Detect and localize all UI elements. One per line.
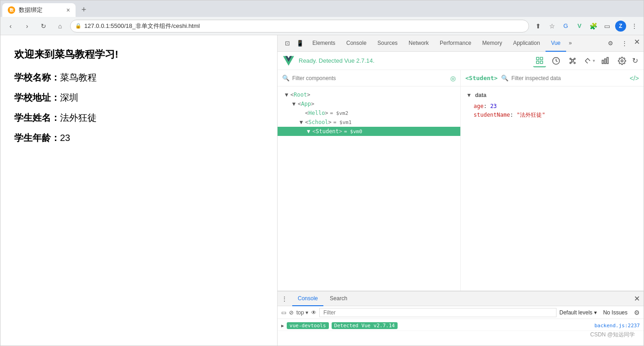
tab-network[interactable]: Network	[403, 35, 434, 52]
vue-performance-btn[interactable]	[599, 54, 612, 67]
tree-item-app[interactable]: ▼ <App>	[278, 99, 460, 108]
translate-icon[interactable]: G	[560, 21, 571, 32]
puzzle-icon[interactable]: 🧩	[588, 21, 599, 32]
school-address-label: 学校地址：	[14, 92, 60, 103]
page-content: 欢迎来到菜鸟教程学习! 学校名称：菜鸟教程 学校地址：深圳 学生姓名：法外狂徒 …	[0, 35, 277, 346]
url-bar[interactable]: 🔒 127.0.0.1:5500/18_非单文件组件/ceshi.html	[70, 20, 529, 32]
watermark: CSDN @知远同学	[590, 331, 635, 339]
student-name-line: 学生姓名：法外狂徒	[14, 108, 263, 127]
console-log-row: ▶ vue-devtools Detected Vue v2.7.14 back…	[278, 321, 644, 331]
console-close-button[interactable]: ✕	[634, 294, 640, 303]
vue-ext-icon[interactable]: V	[574, 21, 585, 32]
tab-application[interactable]: Application	[508, 35, 546, 52]
student-age-value: 23	[60, 133, 70, 143]
svg-rect-1	[540, 57, 543, 59]
tab-console[interactable]: Console	[341, 35, 372, 52]
student-age-line: 学生年龄：23	[14, 129, 263, 147]
console-tab-search[interactable]: Search	[324, 292, 353, 306]
console-levels-dropdown[interactable]: Default levels ▾	[559, 309, 596, 316]
component-search-input[interactable]	[292, 75, 448, 81]
tree-content: ▼ <Root> ▼ <App> <Hello>	[278, 86, 460, 291]
svg-point-5	[572, 59, 574, 62]
component-tree: 🔍 ◎ ▼ <Root> ▼	[278, 70, 461, 291]
console-expand-icon[interactable]: ▶	[281, 323, 284, 328]
forward-button[interactable]: ›	[21, 20, 33, 32]
console-source-link[interactable]: backend.js:2237	[595, 323, 640, 329]
welcome-heading: 欢迎来到菜鸟教程学习!	[14, 44, 263, 65]
tree-item-school[interactable]: ▼ <School> = $vm1	[278, 118, 460, 127]
window-icon[interactable]: ▭	[601, 21, 612, 32]
devtools-topbar: ⊡ 📱 Elements Console Sources Network Per…	[278, 35, 644, 52]
tab-vue[interactable]: Vue	[546, 35, 566, 52]
svg-rect-3	[540, 61, 543, 63]
console-menu-icon[interactable]: ⋮	[281, 295, 288, 303]
inspector-header: <Student> 🔍 </>	[461, 70, 644, 86]
new-tab-button[interactable]: +	[77, 3, 90, 16]
user-avatar[interactable]: Z	[615, 21, 626, 32]
eye-icon-btn[interactable]: 👁	[311, 309, 317, 316]
tab-elements[interactable]: Elements	[307, 35, 341, 52]
inspector-panel: <Student> 🔍 </> ▼ data	[461, 70, 644, 291]
console-settings-icon[interactable]: ⚙	[634, 309, 640, 316]
tab-title: 数据绑定	[19, 6, 63, 14]
menu-icon[interactable]: ⋮	[629, 21, 640, 32]
svg-point-9	[574, 62, 575, 64]
vue-detected-text: Ready. Detected Vue 2.7.14.	[299, 57, 375, 64]
active-tab[interactable]: 数 数据绑定 ×	[2, 3, 76, 17]
tab-performance[interactable]: Performance	[434, 35, 477, 52]
tree-item-student[interactable]: ▼ <Student> = $vm0	[278, 127, 460, 136]
svg-rect-0	[536, 57, 539, 59]
console-content: ▶ vue-devtools Detected Vue v2.7.14 back…	[278, 319, 644, 346]
devtools-device-icon[interactable]: 📱	[294, 38, 306, 49]
top-selector[interactable]: top ▾	[296, 309, 308, 316]
vue-routing-btn[interactable]: ▾	[583, 54, 595, 67]
download-icon[interactable]: ⬆	[533, 21, 544, 32]
tab-memory[interactable]: Memory	[477, 35, 508, 52]
svg-rect-13	[602, 60, 604, 64]
vue-settings-btn[interactable]	[616, 54, 628, 67]
tab-sources[interactable]: Sources	[372, 35, 403, 52]
address-bar: ‹ › ↻ ⌂ 🔒 127.0.0.1:5500/18_非单文件组件/ceshi…	[0, 17, 644, 35]
data-section-title: ▼ data	[466, 92, 638, 98]
tab-more[interactable]: »	[566, 35, 575, 52]
star-icon[interactable]: ☆	[546, 21, 557, 32]
vue-components-btn[interactable]	[533, 54, 546, 67]
vue-vuex-btn[interactable]	[566, 54, 579, 67]
search-icon: 🔍	[282, 75, 289, 81]
tree-item-root[interactable]: ▼ <Root>	[278, 90, 460, 99]
vue-header: Ready. Detected Vue 2.7.14.	[278, 52, 644, 70]
console-tabs: ⋮ Console Search ✕	[278, 292, 644, 306]
clear-console-btn[interactable]: ⊘	[289, 309, 294, 316]
console-filter-input[interactable]	[319, 308, 557, 317]
vue-devtools: Ready. Detected Vue 2.7.14.	[278, 52, 644, 291]
tab-favicon: 数	[8, 6, 15, 14]
vue-refresh-btn[interactable]: ↻	[632, 56, 638, 65]
data-item-age: age: 23	[466, 102, 638, 110]
inspector-component-name: <Student>	[465, 75, 497, 81]
tree-item-hello[interactable]: <Hello> = $vm2	[278, 108, 460, 118]
vue-body: 🔍 ◎ ▼ <Root> ▼	[278, 70, 644, 291]
console-tab-console[interactable]: Console	[292, 292, 323, 306]
devtools-actions: ⚙ ⋮ ✕	[605, 38, 640, 49]
student-age-label: 学生年龄：	[14, 133, 60, 143]
vue-history-btn[interactable]	[550, 54, 562, 67]
student-name-label: 学生姓名：	[14, 113, 60, 123]
devtools-inspect-icon[interactable]: ⊡	[281, 38, 293, 49]
inspector-search-icon: 🔍	[501, 75, 508, 81]
home-button[interactable]: ⌂	[54, 20, 66, 32]
devtools-close-button[interactable]: ✕	[634, 38, 640, 49]
inspector-code-icon[interactable]: </>	[630, 75, 639, 82]
devtools-tabs: Elements Console Sources Network Perform…	[307, 35, 604, 52]
filter-icon[interactable]: ◎	[450, 75, 456, 82]
back-button[interactable]: ‹	[4, 20, 17, 32]
inspector-content: ▼ data age: 23 studentName: "法外狂徒"	[461, 86, 644, 291]
devtools-settings-icon[interactable]: ⚙	[605, 38, 617, 49]
lock-icon: 🔒	[75, 23, 82, 29]
data-item-studentname: studentName: "法外狂徒"	[466, 110, 638, 120]
inspector-filter-input[interactable]	[511, 75, 626, 81]
sidebar-toggle-btn[interactable]: ▭	[281, 309, 286, 316]
tab-close-button[interactable]: ×	[66, 6, 70, 14]
refresh-button[interactable]: ↻	[37, 20, 50, 32]
devtools-more-icon[interactable]: ⋮	[618, 38, 630, 49]
devtools-panel: ⊡ 📱 Elements Console Sources Network Per…	[277, 35, 644, 346]
